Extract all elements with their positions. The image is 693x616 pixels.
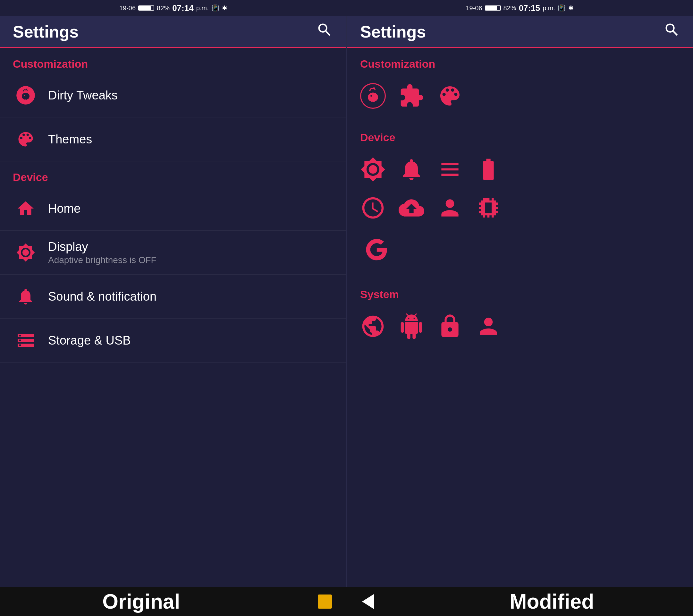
right-search-icon[interactable] bbox=[664, 21, 680, 42]
bottom-bar: Original Modified bbox=[0, 587, 693, 616]
device-header-right: Device bbox=[347, 121, 693, 147]
clock-icon-right[interactable] bbox=[357, 192, 389, 224]
system-header-right: System bbox=[347, 278, 693, 304]
themes-title: Themes bbox=[48, 133, 92, 146]
time-right: 07:15 bbox=[519, 3, 540, 13]
person-system-icon-right[interactable] bbox=[472, 310, 504, 342]
home-item[interactable]: Home bbox=[0, 187, 346, 231]
left-app-bar-title: Settings bbox=[13, 22, 79, 41]
original-label: Original bbox=[96, 590, 186, 613]
customization-icon-grid bbox=[357, 77, 684, 115]
person-icon-right[interactable] bbox=[434, 192, 466, 224]
battery-icon-right[interactable] bbox=[472, 153, 504, 186]
puzzle-icon-right[interactable] bbox=[395, 80, 428, 112]
themes-item[interactable]: Themes bbox=[0, 117, 346, 161]
battery-right bbox=[485, 5, 501, 11]
square-icon bbox=[318, 595, 332, 609]
dirty-tweaks-title: Dirty Tweaks bbox=[48, 89, 118, 102]
brightness-icon-left bbox=[13, 240, 39, 265]
ampm-left: p.m. bbox=[196, 4, 209, 12]
svg-point-5 bbox=[370, 95, 372, 97]
lock-icon-right[interactable] bbox=[434, 310, 466, 342]
date-right: 19-06 bbox=[466, 4, 482, 12]
back-nav-btn[interactable] bbox=[359, 593, 377, 611]
themes-text: Themes bbox=[48, 133, 92, 146]
status-bar-right: 19-06 82% 07:15 p.m. 📳 ✱ bbox=[346, 0, 693, 16]
status-bar: 19-06 82% 07:14 p.m. 📳 ✱ 19-06 82% 07:15… bbox=[0, 0, 693, 16]
chip-icon-right[interactable] bbox=[472, 192, 504, 224]
left-settings-list: Customization Dirty Tweaks bbox=[0, 48, 346, 587]
device-icon-row1 bbox=[357, 150, 684, 189]
list-icon-right[interactable] bbox=[434, 153, 466, 186]
back-icon bbox=[362, 594, 374, 609]
unicorn-icon bbox=[13, 82, 39, 108]
device-icons bbox=[347, 147, 693, 278]
sound-text: Sound & notification bbox=[48, 290, 157, 304]
bell-icon-left bbox=[13, 284, 39, 309]
customization-header-left: Customization bbox=[0, 48, 346, 74]
bluetooth-icon-left: ✱ bbox=[222, 4, 227, 12]
dirty-tweaks-text: Dirty Tweaks bbox=[48, 89, 118, 102]
bottom-right: Modified bbox=[411, 587, 693, 616]
battery-pct-left: 82% bbox=[157, 4, 170, 12]
storage-title: Storage & USB bbox=[48, 334, 131, 347]
dirty-tweaks-item[interactable]: Dirty Tweaks bbox=[0, 74, 346, 117]
date-left: 19-06 bbox=[119, 4, 136, 12]
storage-text: Storage & USB bbox=[48, 334, 131, 347]
right-panel: Settings Customization bbox=[347, 16, 693, 587]
device-header-left: Device bbox=[0, 161, 346, 187]
battery-pct-right: 82% bbox=[503, 4, 516, 12]
device-icon-row3 bbox=[357, 227, 684, 272]
android-icon-right[interactable] bbox=[395, 310, 428, 342]
right-settings-list: Customization bbox=[347, 48, 693, 587]
display-item[interactable]: Display Adaptive brightness is OFF bbox=[0, 231, 346, 275]
home-text: Home bbox=[48, 202, 80, 216]
customization-header-right: Customization bbox=[347, 48, 693, 74]
cloud-upload-icon-right[interactable] bbox=[395, 192, 428, 224]
home-icon bbox=[13, 196, 39, 222]
display-text: Display Adaptive brightness is OFF bbox=[48, 240, 157, 265]
unicorn-icon-right[interactable] bbox=[357, 80, 389, 112]
time-left: 07:14 bbox=[172, 3, 194, 13]
palette-icon-right[interactable] bbox=[434, 80, 466, 112]
left-search-icon[interactable] bbox=[316, 21, 333, 42]
left-app-bar: Settings bbox=[0, 16, 346, 48]
sound-title: Sound & notification bbox=[48, 290, 157, 304]
device-icon-row2 bbox=[357, 189, 684, 227]
bluetooth-icon-right: ✱ bbox=[568, 4, 574, 12]
status-bar-left: 19-06 82% 07:14 p.m. 📳 ✱ bbox=[0, 0, 346, 16]
storage-icon-left bbox=[13, 328, 39, 353]
sound-item[interactable]: Sound & notification bbox=[0, 275, 346, 319]
bottom-left: Original bbox=[0, 587, 282, 616]
bottom-nav bbox=[282, 587, 411, 616]
bell-icon-right[interactable] bbox=[395, 153, 428, 186]
google-icon-right[interactable] bbox=[357, 230, 395, 269]
battery-left bbox=[138, 5, 154, 11]
system-icon-grid bbox=[357, 307, 684, 346]
main-content: Settings Customization bbox=[0, 16, 693, 587]
vibrate-icon-right: 📳 bbox=[558, 4, 566, 12]
display-title: Display bbox=[48, 240, 157, 254]
home-title: Home bbox=[48, 202, 80, 216]
customization-icons bbox=[347, 74, 693, 121]
svg-point-4 bbox=[368, 93, 378, 102]
vibrate-icon-left: 📳 bbox=[211, 4, 219, 12]
ampm-right: p.m. bbox=[542, 4, 555, 12]
right-app-bar-title: Settings bbox=[360, 22, 426, 41]
brightness-icon-right[interactable] bbox=[357, 153, 389, 186]
display-subtitle: Adaptive brightness is OFF bbox=[48, 255, 157, 265]
modified-label: Modified bbox=[503, 590, 600, 613]
svg-point-2 bbox=[24, 95, 25, 96]
right-app-bar: Settings bbox=[347, 16, 693, 48]
home-nav-btn[interactable] bbox=[316, 593, 334, 611]
palette-icon-left bbox=[13, 127, 39, 152]
left-panel: Settings Customization bbox=[0, 16, 346, 587]
system-icons bbox=[347, 304, 693, 352]
storage-item[interactable]: Storage & USB bbox=[0, 319, 346, 363]
svg-point-1 bbox=[22, 93, 29, 100]
globe-icon-right[interactable] bbox=[357, 310, 389, 342]
